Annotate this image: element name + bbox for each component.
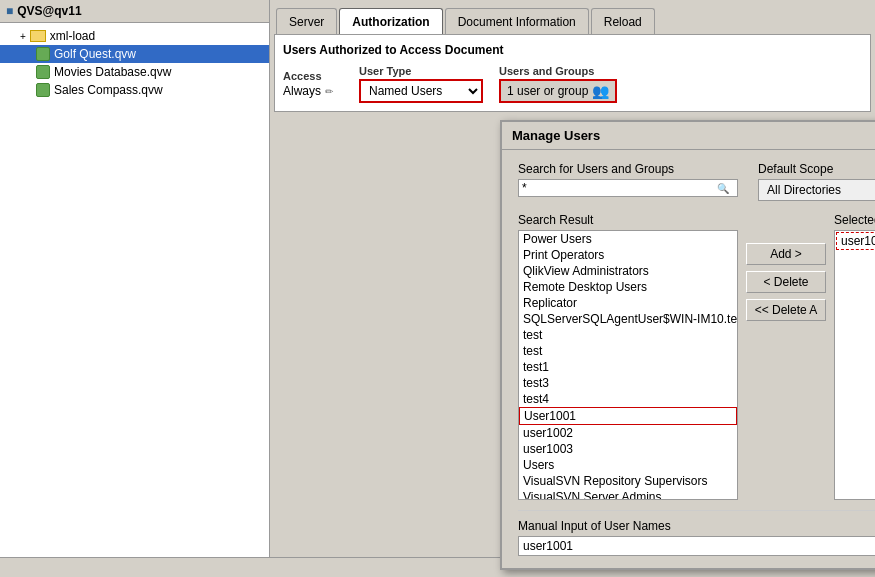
sales-label: Sales Compass.qvw [54, 83, 163, 97]
list-item[interactable]: Replicator [519, 295, 737, 311]
delete-button[interactable]: < Delete [746, 271, 826, 293]
list-item[interactable]: user1002 [519, 425, 737, 441]
manage-users-modal: Manage Users Search for Users and Groups… [500, 120, 875, 570]
access-value: Always [283, 84, 321, 98]
col-header-usertype: User Type [359, 65, 483, 77]
selected-users-section: Selected Users user1001 [834, 213, 875, 500]
list-item[interactable]: Users [519, 457, 737, 473]
search-label: Search for Users and Groups [518, 162, 738, 176]
col-header-usersgroups: Users and Groups [499, 65, 617, 77]
list-item[interactable]: VisualSVN Repository Supervisors [519, 473, 737, 489]
search-result-section: Search Result Power Users Print Operator… [518, 213, 738, 500]
sidebar: ■ QVS@qv11 + xml-load Golf Quest.qvw Mov… [0, 0, 270, 577]
tab-authorization[interactable]: Authorization [339, 8, 442, 34]
user-type-wrapper: Named Users All Users [359, 79, 483, 103]
list-item[interactable]: test4 [519, 391, 737, 407]
edit-icon[interactable]: ✏ [325, 86, 333, 97]
list-item[interactable]: SQLServerSQLAgentUser$WIN-IM10.te [519, 311, 737, 327]
scope-group: Default Scope All Directories Local [758, 162, 875, 201]
tab-reload[interactable]: Reload [591, 8, 655, 34]
doc-icon-sales [36, 83, 50, 97]
tab-server[interactable]: Server [276, 8, 337, 34]
folder-icon [30, 30, 46, 42]
lists-area: Search Result Power Users Print Operator… [518, 213, 875, 500]
xml-load-label: xml-load [50, 29, 95, 43]
sidebar-item-movies[interactable]: Movies Database.qvw [0, 63, 269, 81]
manual-input-section: Manual Input of User Names [518, 510, 875, 556]
user-type-select[interactable]: Named Users All Users [361, 81, 481, 101]
scope-label: Default Scope [758, 162, 875, 176]
list-item[interactable]: Power Users [519, 231, 737, 247]
tab-content-authorization: Users Authorized to Access Document Acce… [274, 34, 871, 112]
access-row: Access Always ✏ User Type Named Users Al… [283, 65, 862, 103]
col-header-access: Access [283, 70, 343, 82]
auth-section-title: Users Authorized to Access Document [283, 43, 862, 57]
content-area: Server Authorization Document Informatio… [270, 0, 875, 577]
sidebar-tree: + xml-load Golf Quest.qvw Movies Databas… [0, 23, 269, 103]
selected-users-list[interactable]: user1001 [834, 230, 875, 500]
sidebar-header: ■ QVS@qv11 [0, 0, 269, 23]
list-item[interactable]: Print Operators [519, 247, 737, 263]
modal-title: Manage Users [502, 122, 875, 150]
expand-icon: + [20, 31, 26, 42]
manual-input-label: Manual Input of User Names [518, 519, 875, 533]
list-item[interactable]: user1003 [519, 441, 737, 457]
sidebar-title: QVS@qv11 [17, 4, 81, 18]
search-input-wrapper: 🔍 [518, 179, 738, 197]
main-window: ■ QVS@qv11 + xml-load Golf Quest.qvw Mov… [0, 0, 875, 577]
list-item[interactable]: VisualSVN Server Admins [519, 489, 737, 500]
users-groups-button[interactable]: 1 user or group 👥 [499, 79, 617, 103]
golf-quest-label: Golf Quest.qvw [54, 47, 136, 61]
tab-document-info[interactable]: Document Information [445, 8, 589, 34]
manage-users-icon: 👥 [592, 83, 609, 99]
search-group: Search for Users and Groups 🔍 [518, 162, 738, 201]
add-button[interactable]: Add > [746, 243, 826, 265]
list-item[interactable]: QlikView Administrators [519, 263, 737, 279]
list-item[interactable]: test [519, 343, 737, 359]
list-item-user1001[interactable]: User1001 [519, 407, 737, 425]
server-icon: ■ [6, 4, 13, 18]
search-icon: 🔍 [717, 183, 729, 194]
manual-input-field[interactable] [518, 536, 875, 556]
search-result-list[interactable]: Power Users Print Operators QlikView Adm… [518, 230, 738, 500]
doc-icon-movies [36, 65, 50, 79]
selected-user-item[interactable]: user1001 [836, 232, 875, 250]
list-item[interactable]: test1 [519, 359, 737, 375]
selected-users-label: Selected Users [834, 213, 875, 227]
delete-all-button[interactable]: << Delete A [746, 299, 826, 321]
doc-icon-golf [36, 47, 50, 61]
list-item[interactable]: test3 [519, 375, 737, 391]
sidebar-item-sales[interactable]: Sales Compass.qvw [0, 81, 269, 99]
scope-select[interactable]: All Directories Local [758, 179, 875, 201]
sidebar-item-xmlload[interactable]: + xml-load [0, 27, 269, 45]
movies-label: Movies Database.qvw [54, 65, 171, 79]
users-groups-value: 1 user or group [507, 84, 588, 98]
search-input[interactable] [522, 181, 717, 195]
modal-body: Search for Users and Groups 🔍 Default Sc… [502, 150, 875, 568]
modal-top-row: Search for Users and Groups 🔍 Default Sc… [518, 162, 875, 201]
list-item[interactable]: Remote Desktop Users [519, 279, 737, 295]
sidebar-item-golfquest[interactable]: Golf Quest.qvw [0, 45, 269, 63]
transfer-buttons: Add > < Delete << Delete A [738, 213, 834, 321]
search-result-label: Search Result [518, 213, 738, 227]
tab-bar: Server Authorization Document Informatio… [270, 0, 875, 34]
list-item[interactable]: test [519, 327, 737, 343]
